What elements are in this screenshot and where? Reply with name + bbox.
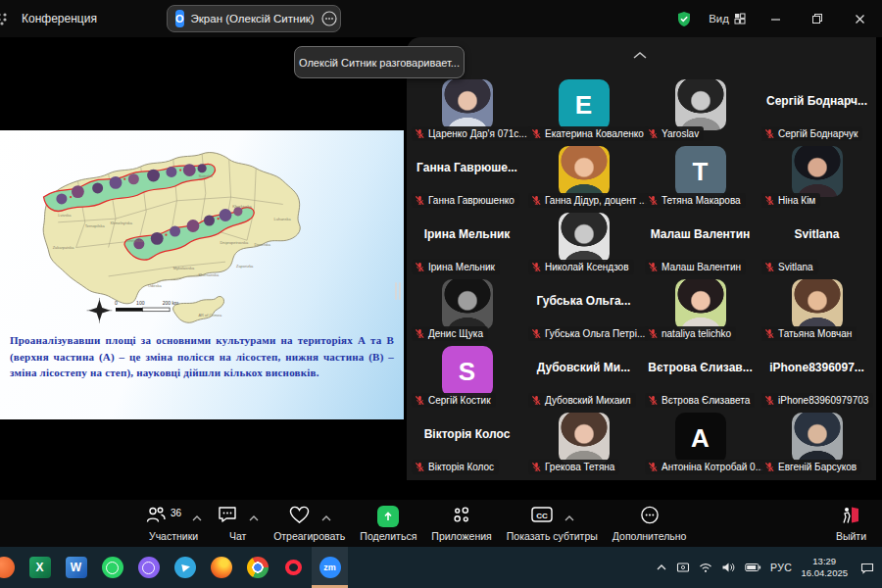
toolbar-react-button[interactable]: Отреагировать bbox=[273, 506, 345, 542]
participant-tile[interactable]: S Сергій Костик bbox=[409, 343, 525, 410]
notification-center-icon[interactable] bbox=[860, 562, 874, 574]
clock-time: 13:29 bbox=[801, 556, 848, 567]
shared-screen-tab[interactable]: O Экран (Олексій Ситник) bbox=[167, 5, 341, 32]
participant-tile[interactable]: Татьяна Мовчан bbox=[759, 276, 875, 343]
battery-icon[interactable] bbox=[745, 563, 761, 572]
toolbar-participants-button[interactable]: 36Участники bbox=[145, 506, 202, 542]
chevron-up-icon[interactable] bbox=[558, 508, 574, 525]
chevron-up-icon[interactable] bbox=[242, 508, 259, 525]
chrome-taskbar-icon[interactable] bbox=[239, 547, 275, 588]
chevron-up-icon[interactable] bbox=[185, 508, 202, 525]
excel-taskbar-icon[interactable]: X bbox=[22, 547, 58, 588]
region-label: Zaporizka bbox=[236, 264, 254, 269]
tab-more-icon[interactable] bbox=[321, 11, 337, 26]
heart-icon bbox=[288, 505, 311, 529]
collapse-panel-chevron-icon[interactable] bbox=[632, 51, 648, 60]
muted-mic-icon bbox=[648, 128, 659, 139]
leave-icon bbox=[839, 505, 862, 529]
close-icon bbox=[855, 14, 865, 24]
participant-name-chip: Ірина Мельник bbox=[412, 260, 500, 274]
muted-mic-icon bbox=[415, 128, 425, 139]
language-indicator[interactable]: РУС bbox=[770, 562, 793, 573]
participant-tile[interactable]: Малаш Валентин Малаш Валентин bbox=[642, 210, 759, 276]
display-device-icon[interactable] bbox=[676, 562, 690, 574]
participant-display-name: Малаш Валентин bbox=[638, 227, 762, 241]
participant-tile[interactable]: Дубовский Ми... Дубовский Михаил bbox=[525, 343, 642, 410]
zoom-taskbar-icon[interactable]: zm bbox=[312, 547, 348, 588]
opera-taskbar-icon[interactable] bbox=[275, 547, 312, 588]
participant-tile[interactable]: nataliya telichko bbox=[642, 276, 759, 343]
toolbar-chat-button[interactable]: Чат bbox=[217, 506, 259, 542]
participant-tile[interactable]: Вєтрова Єлизав... Вєтрова Єлизавета bbox=[642, 343, 759, 410]
word-taskbar-icon[interactable]: W bbox=[58, 547, 94, 588]
participant-tile[interactable]: Вікторія Колос Вікторія Колос bbox=[409, 410, 525, 476]
participant-display-name: Губська Ольга... bbox=[521, 294, 646, 308]
taskbar-clock[interactable]: 13:29 16.04.2025 bbox=[801, 556, 848, 580]
participant-tile[interactable]: Евгеній Барсуков bbox=[759, 410, 875, 476]
muted-mic-icon bbox=[648, 395, 659, 406]
muted-mic-icon bbox=[648, 262, 659, 272]
participant-name-chip: nataliya telichko bbox=[645, 326, 736, 341]
wifi-icon[interactable] bbox=[699, 562, 712, 573]
participant-label: Yaroslav bbox=[662, 128, 699, 139]
viber-icon bbox=[138, 557, 160, 578]
participant-photo bbox=[675, 79, 726, 130]
participant-tile[interactable]: Царенко Дар'я 071с... bbox=[409, 76, 525, 143]
participant-tile[interactable]: Ганна Дідур, доцент ... bbox=[525, 143, 642, 210]
chevron-up-icon[interactable] bbox=[315, 508, 331, 525]
participant-tile[interactable]: E Екатерина Коваленко bbox=[525, 76, 642, 143]
participant-display-name: Вєтрова Єлизав... bbox=[638, 361, 762, 374]
whatsapp-icon bbox=[102, 557, 123, 578]
region-label: Mykolaivska bbox=[173, 266, 195, 270]
scale-tick: 100 bbox=[136, 300, 145, 306]
tray-chevron-up-icon[interactable] bbox=[656, 564, 667, 571]
participant-tile[interactable]: A Антоніна Котробай 0... bbox=[642, 410, 759, 476]
muted-mic-icon bbox=[531, 128, 542, 139]
participant-tile[interactable]: Денис Щука bbox=[409, 276, 525, 343]
close-button[interactable] bbox=[847, 7, 872, 30]
minimize-button[interactable] bbox=[762, 7, 788, 30]
toolbar-more-button[interactable]: Дополнительно bbox=[612, 506, 687, 542]
participant-tile[interactable]: Сергій Боднарч... Сергій Боднарчук bbox=[759, 76, 875, 143]
shared-screen-tab-label: Экран (Олексій Ситник) bbox=[191, 13, 315, 24]
region-label: AR of Crimea bbox=[198, 313, 221, 318]
muted-mic-icon bbox=[764, 462, 775, 472]
participant-tile[interactable]: Svitlana Svitlana bbox=[759, 210, 875, 276]
participant-photo bbox=[559, 213, 610, 264]
firefox-taskbar-icon[interactable] bbox=[203, 547, 239, 588]
maximize-button[interactable] bbox=[805, 7, 830, 30]
viber-taskbar-icon[interactable] bbox=[130, 547, 167, 588]
participant-tile[interactable]: Yaroslav bbox=[642, 76, 759, 143]
participant-name-chip: Вікторія Колос bbox=[412, 460, 499, 474]
speaking-notification-text: Олексій Ситник разговаривает... bbox=[299, 57, 460, 69]
participant-tile[interactable]: T Тетяна Макарова bbox=[642, 143, 759, 210]
zoom-meeting-window: Конференция O Экран (Олексій Ситник) Вид bbox=[0, 0, 882, 588]
toolbar-share-button[interactable]: Поделиться bbox=[360, 506, 416, 542]
participant-tile[interactable]: iPhone8396097... iPhone83960979703 bbox=[759, 343, 875, 410]
whatsapp-taskbar-icon[interactable] bbox=[94, 547, 130, 588]
participant-label: Вєтрова Єлизавета bbox=[662, 395, 750, 406]
toolbar-captions-button[interactable]: CCПоказать субтитры bbox=[507, 506, 598, 542]
panel-resize-handle[interactable] bbox=[395, 282, 401, 300]
participant-label: nataliya telichko bbox=[662, 328, 731, 339]
volume-icon[interactable] bbox=[721, 562, 736, 573]
participant-label: Антоніна Котробай 0... bbox=[662, 462, 763, 472]
participant-label: Николай Ксендзов bbox=[545, 262, 629, 272]
participant-label: Дубовский Михаил bbox=[545, 395, 631, 406]
toolbar-apps-button[interactable]: Приложения bbox=[431, 506, 491, 542]
more-icon bbox=[639, 505, 661, 529]
participant-tile[interactable]: Ірина Мельник Ірина Мельник bbox=[409, 210, 525, 276]
telegram-taskbar-icon[interactable] bbox=[167, 547, 203, 588]
compass-rose bbox=[87, 298, 113, 323]
participant-tile[interactable]: Ганна Гаврюше... Ганна Гаврюшенко bbox=[409, 143, 525, 210]
view-button[interactable]: Вид bbox=[709, 13, 746, 24]
toolbar-leave-button[interactable]: Выйти bbox=[836, 506, 866, 542]
participant-label: Царенко Дар'я 071с... bbox=[428, 128, 527, 139]
participant-tile[interactable]: Ніна Кім bbox=[759, 143, 875, 210]
participant-tile[interactable]: Грекова Тетяна bbox=[525, 410, 642, 476]
participant-tile[interactable]: Губська Ольга... Губська Ольга Петрі... bbox=[525, 276, 642, 343]
participant-tile[interactable]: Николай Ксендзов bbox=[525, 210, 642, 276]
participant-name-chip: Екатерина Коваленко bbox=[528, 126, 649, 141]
orange-app-taskbar-icon[interactable] bbox=[0, 547, 22, 588]
title-bar: Конференция O Экран (Олексій Ситник) Вид bbox=[0, 0, 882, 37]
